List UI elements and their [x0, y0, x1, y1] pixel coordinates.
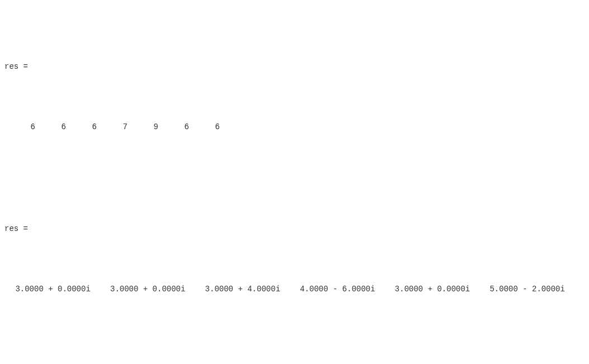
matrix-cell: 9: [128, 122, 158, 132]
matrix-row: 3.0000 + 0.0000i 3.0000 + 0.0000i 3.0000…: [4, 285, 585, 294]
output-block: res = 6 6 6 7 9 6 6: [4, 43, 585, 141]
matrix-cell: 7: [97, 122, 128, 132]
matrix-cell: 3.0000 + 0.0000i: [15, 285, 110, 294]
output-block: res = 3.0000 + 0.0000i 3.0000 + 0.0000i …: [4, 206, 585, 304]
matrix-cell: 6: [35, 122, 66, 132]
matrix-cell: 5.0000 - 2.0000i: [489, 285, 585, 294]
variable-label: res =: [4, 62, 585, 72]
matrix-cell: 3.0000 + 0.0000i: [395, 285, 490, 294]
variable-label: res =: [4, 224, 585, 234]
matrix-cell: 6: [4, 122, 35, 132]
matrix-cell: 6: [158, 122, 189, 132]
matrix-cell: 3.0000 + 4.0000i: [205, 285, 300, 294]
matrix-cell: 6: [189, 122, 220, 132]
matrix-cell: 3.0000 + 0.0000i: [110, 285, 205, 294]
matrix-cell: 6: [66, 122, 97, 132]
matrix-cell: 4.0000 - 6.0000i: [300, 285, 395, 294]
matrix-row: 6 6 6 7 9 6 6: [4, 122, 585, 132]
